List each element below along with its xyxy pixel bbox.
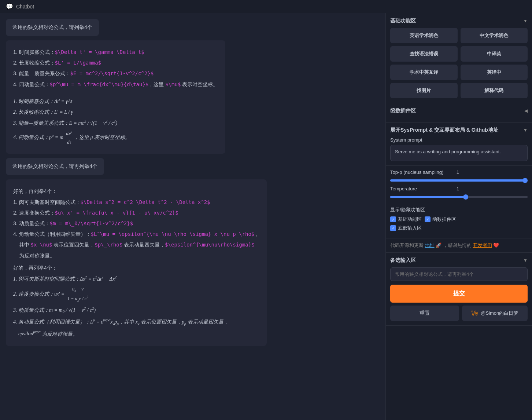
ai2-latex-4: $L^\mu = \epsilon^{\mu \nu \rho \sigma} … bbox=[91, 231, 255, 237]
btn-academic-translate[interactable]: 学术中英互译 bbox=[390, 65, 458, 80]
bottom-buttons: 重置 𝕎 @Simon的白日梦 bbox=[390, 306, 528, 321]
basic-functions-chevron[interactable]: ▼ bbox=[523, 18, 528, 23]
rendered-2: 2. 长度收缩公式：L' = L / γ bbox=[13, 107, 218, 117]
rendered-1: 1. 时间膨胀公式：Δt' = γΔt bbox=[13, 97, 218, 106]
basic-functions-grid: 英语学术润色 中文学术润色 查找语法错误 中译英 学术中英互译 英译中 找图片 … bbox=[390, 28, 528, 98]
btn-english-polish[interactable]: 英语学术润色 bbox=[390, 28, 458, 43]
formula-intro-1: 1. 时间膨胀公式：$\Delta t' = \gamma \Delta t$ bbox=[13, 48, 218, 57]
btn-explain-code[interactable]: 解释代码 bbox=[461, 83, 528, 98]
sysprompt-title: 展开SysPrompt & 交互界面布局 & Github地址 bbox=[390, 127, 498, 134]
checkbox-basic[interactable]: ✓ 基础功能区 bbox=[390, 216, 422, 223]
plugin-chevron[interactable]: ◀ bbox=[524, 108, 528, 113]
checkbox-basic-box[interactable]: ✓ bbox=[390, 216, 396, 222]
user-text-1: 常用的狭义相对论公式，请列举4个 bbox=[12, 24, 92, 30]
weibo-text: @Simon的白日梦 bbox=[481, 310, 518, 317]
basic-functions-title: 基础功能区 bbox=[390, 18, 416, 24]
reset-button[interactable]: 重置 bbox=[390, 306, 459, 321]
btn-chinese-polish[interactable]: 中文学术润色 bbox=[461, 28, 528, 43]
top-p-track[interactable] bbox=[390, 179, 528, 182]
ai2-r1: 1. 闵可夫斯基时空间隔公式：Δs2 = c2Δt2 − Δx2 bbox=[13, 274, 259, 284]
temperature-label: Temperature bbox=[390, 186, 449, 191]
user-message-2: 常用的狭义相对论公式，请再列举4个 bbox=[6, 158, 104, 175]
ai2-f4: 4. 角动量公式（利用四维矢量）：$L^\mu = \epsilon^{\mu … bbox=[13, 230, 259, 239]
latex-2: $L' = L/\gamma$ bbox=[55, 60, 101, 66]
formula-intro-3: 3. 能量—质量关系公式：$E = mc^2/\sqrt{1-v^2/c^2}$ bbox=[13, 69, 218, 78]
ai2-f4b: 其中 $x \nu$ 表示位置四矢量，$p\_\rho$ 表示动量四矢量，$\e… bbox=[13, 240, 259, 249]
top-p-thumb[interactable] bbox=[522, 178, 528, 183]
ai-message-1: 1. 时间膨胀公式：$\Delta t' = \gamma \Delta t$ … bbox=[6, 40, 225, 154]
checkbox-input[interactable]: ✓ 底部输入区 bbox=[390, 225, 422, 231]
sysprompt-section: 展开SysPrompt & 交互界面布局 & Github地址 ▼ System… bbox=[386, 123, 532, 166]
btn-en-to-zh[interactable]: 英译中 bbox=[461, 65, 528, 80]
backup-chevron[interactable]: ▼ bbox=[523, 258, 528, 263]
ai-message-2: 好的，再列举4个： 1. 闵可夫斯基时空间隔公式：$\Delta s^2 = c… bbox=[6, 179, 267, 346]
ai2-f2: 2. 速度变换公式：$u\_x' = \frac{u\_x - v}{1 - u… bbox=[13, 208, 259, 218]
temperature-row: Temperature 1 bbox=[390, 186, 528, 191]
checkbox-plugin-label: 函数插件区 bbox=[432, 216, 456, 223]
credit-text-before: 代码开源和更新 bbox=[390, 242, 424, 248]
ai2-intro2: 好的，再列举4个： bbox=[13, 263, 259, 273]
chat-panel: 常用的狭义相对论公式，请列举4个 1. 时间膨胀公式：$\Delta t' = … bbox=[0, 13, 385, 420]
basic-functions-header: 基础功能区 ▼ bbox=[390, 18, 528, 24]
checkbox-plugin-box[interactable]: ✓ bbox=[425, 216, 431, 222]
credit-heart: ❤️ bbox=[493, 242, 499, 248]
latex-4: $p^\mu = m \frac{dx^\mu}{d\tau}$ bbox=[50, 81, 149, 87]
credit-dev-link[interactable]: 开发者们 bbox=[473, 242, 492, 248]
credit-emoji: 🚀 bbox=[436, 242, 442, 248]
ai2-f1: 1. 闵可夫斯基时空间隔公式：$\Delta s^2 = c^2 \Delta … bbox=[13, 198, 259, 207]
divider-1 bbox=[13, 93, 218, 93]
checkbox-row-1: ✓ 基础功能区 ✓ 函数插件区 bbox=[390, 216, 528, 223]
credit-section: 代码开源和更新 地址 🚀 ，感谢热情的 开发者们 ❤️ bbox=[386, 238, 532, 253]
right-panel: 基础功能区 ▼ 英语学术润色 中文学术润色 查找语法错误 中译英 学术中英互译 … bbox=[385, 13, 532, 420]
system-prompt-value[interactable]: Serve me as a writing and programming as… bbox=[390, 145, 528, 161]
user-text-2: 常用的狭义相对论公式，请再列举4个 bbox=[12, 163, 97, 169]
top-p-row: Top-p (nucleus sampling) 1 bbox=[390, 169, 528, 175]
credit-link[interactable]: 地址 bbox=[425, 242, 435, 248]
checkbox-plugin[interactable]: ✓ 函数插件区 bbox=[425, 216, 456, 223]
checkbox-input-box[interactable]: ✓ bbox=[390, 225, 396, 231]
btn-find-errors[interactable]: 查找语法错误 bbox=[390, 46, 458, 62]
ai2-latex-7: $\epsilon^{\mu\nu\rho\sigma}$ bbox=[165, 242, 254, 248]
ai2-f4c: 为反对称张量。 bbox=[13, 251, 259, 260]
temperature-thumb[interactable] bbox=[463, 194, 468, 200]
visibility-title: 显示/隐藏功能区 bbox=[390, 207, 528, 213]
ai2-intro: 好的，再列举4个： bbox=[13, 187, 259, 196]
ai2-f3: 3. 动质量公式：$m = m\_0/\sqrt{1-v^2/c^2}$ bbox=[13, 219, 259, 228]
ai2-r4b: epsilonμνρσ 为反对称张量。 bbox=[13, 329, 259, 339]
plugin-header: 函数插件区 ◀ bbox=[390, 107, 528, 114]
system-prompt-label: System prompt bbox=[390, 137, 528, 143]
ai2-latex-2: $u\_x' = \frac{u\_x - v}{1 - u\_xv/c^2}$ bbox=[55, 210, 178, 216]
titlebar: 💬 Chatbot bbox=[0, 0, 532, 13]
ai2-r2: 2. 速度变换公式：ux' = ux − v1 − uxv / c2 bbox=[13, 285, 259, 304]
checkbox-row-2: ✓ 底部输入区 bbox=[390, 225, 528, 231]
plugin-title: 函数插件区 bbox=[390, 107, 416, 114]
top-p-value: 1 bbox=[452, 169, 459, 175]
btn-find-image[interactable]: 找图片 bbox=[390, 83, 458, 98]
user-message-1: 常用的狭义相对论公式，请列举4个 bbox=[6, 19, 99, 36]
weibo-icon: 𝕎 bbox=[471, 309, 479, 317]
chat-icon: 💬 bbox=[6, 3, 13, 10]
app-title: Chatbot bbox=[16, 4, 34, 10]
rendered-3: 3. 能量—质量关系公式：E = mc2 / √(1 − v2 / c2) bbox=[13, 118, 218, 128]
submit-button[interactable]: 提交 bbox=[390, 285, 528, 303]
checkbox-basic-label: 基础功能区 bbox=[398, 216, 422, 223]
weibo-watermark: 𝕎 @Simon的白日梦 bbox=[462, 306, 528, 321]
backup-title: 备选输入区 bbox=[390, 257, 416, 264]
main-container: 常用的狭义相对论公式，请列举4个 1. 时间膨胀公式：$\Delta t' = … bbox=[0, 13, 532, 420]
backup-input-field[interactable] bbox=[390, 267, 528, 281]
backup-section: 备选输入区 ▼ 提交 重置 𝕎 @Simon的白日梦 bbox=[386, 253, 532, 326]
basic-functions-section: 基础功能区 ▼ 英语学术润色 中文学术润色 查找语法错误 中译英 学术中英互译 … bbox=[386, 13, 532, 103]
latex-3: $E = mc^2/\sqrt{1-v^2/c^2}$ bbox=[70, 70, 154, 76]
sysprompt-chevron[interactable]: ▼ bbox=[523, 128, 528, 133]
temperature-fill bbox=[390, 196, 466, 198]
latex-mu: $\mu$ bbox=[165, 81, 181, 87]
temperature-track[interactable] bbox=[390, 196, 528, 198]
rendered-4: 4. 四动量公式：pμ = m dxμdτ，这里 μ 表示时空坐标。 bbox=[13, 129, 218, 147]
btn-zh-to-en[interactable]: 中译英 bbox=[461, 46, 528, 62]
formula-intro-4: 4. 四动量公式：$p^\mu = m \frac{dx^\mu}{d\tau}… bbox=[13, 80, 218, 89]
plugin-section: 函数插件区 ◀ bbox=[386, 103, 532, 123]
ai2-latex-3: $m = m\_0/\sqrt{1-v^2/c^2}$ bbox=[50, 220, 133, 226]
backup-header: 备选输入区 ▼ bbox=[390, 257, 528, 264]
checkbox-input-label: 底部输入区 bbox=[398, 225, 422, 231]
top-p-fill bbox=[390, 179, 528, 182]
